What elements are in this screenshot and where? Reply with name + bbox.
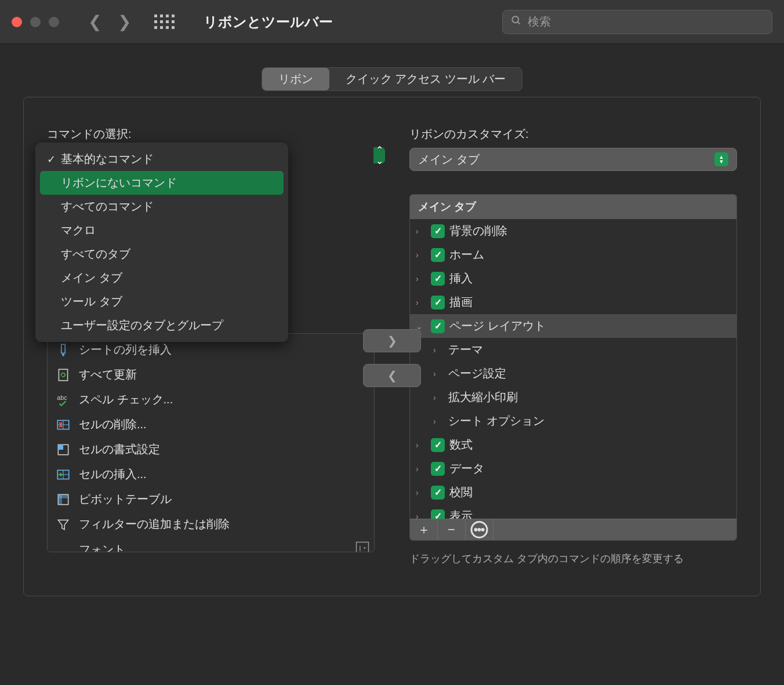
search-icon: [511, 15, 522, 29]
command-item[interactable]: フォント I: [48, 537, 374, 552]
tree-item-label: ページ レイアウト: [449, 318, 546, 334]
svg-rect-19: [58, 494, 68, 498]
command-item[interactable]: セルの削除...: [48, 412, 374, 437]
command-item[interactable]: セルの挿入...: [48, 462, 374, 487]
chevron-right-icon[interactable]: ›: [416, 298, 426, 307]
tree-item[interactable]: ›✓ホーム: [410, 243, 736, 267]
checkbox[interactable]: ✓: [431, 248, 445, 262]
svg-point-25: [482, 529, 484, 531]
select-arrows-icon[interactable]: ⌃⌄: [373, 147, 385, 163]
tree-item[interactable]: ›✓校閲: [410, 480, 736, 504]
customize-column: リボンのカスタマイズ: メイン タブ ▲▼ メイン タブ ›✓背景の削除›✓ホー…: [409, 126, 737, 567]
add-button[interactable]: ＋: [410, 519, 438, 540]
checkbox[interactable]: ✓: [431, 296, 445, 309]
main-panel: コマンドの選択: ⌃⌄ ✓基本的なコマンド ✓リボンにないコマンド すべてのコマ…: [23, 97, 761, 596]
tree-subitem[interactable]: ›拡大縮小印刷: [410, 385, 736, 409]
nav-arrows: ❮ ❯: [88, 12, 131, 31]
checkbox[interactable]: ✓: [431, 509, 445, 519]
tree-item[interactable]: ›✓数式: [410, 433, 736, 457]
dropdown-item-macro[interactable]: マクロ: [40, 218, 284, 242]
chevron-right-icon[interactable]: ›: [416, 250, 426, 260]
command-item[interactable]: フィルターの追加または削除: [48, 512, 374, 537]
remove-button[interactable]: −: [438, 519, 466, 540]
dropdown-item-custom[interactable]: ユーザー設定のタブとグループ: [40, 314, 284, 337]
chevron-right-icon[interactable]: ›: [416, 464, 426, 473]
delete-cell-icon: [56, 417, 71, 432]
dropdown-item-label: リボンにないコマンド: [61, 175, 177, 191]
chevron-right-icon[interactable]: ›: [416, 512, 426, 519]
chevron-right-icon[interactable]: ›: [416, 227, 426, 236]
checkbox[interactable]: ✓: [431, 462, 445, 476]
tab-qat[interactable]: クイック アクセス ツール バー: [329, 68, 522, 90]
chevron-right-icon[interactable]: ›: [416, 274, 426, 283]
tab-ribbon[interactable]: リボン: [262, 68, 329, 90]
close-button[interactable]: [12, 17, 22, 27]
spellcheck-icon: abc: [56, 392, 71, 407]
tree-item[interactable]: ⌄✓ページ レイアウト: [410, 314, 736, 338]
tree-subitem-label: ページ設定: [448, 366, 506, 381]
drag-hint: ドラッグしてカスタム タブ内のコマンドの順序を変更する: [409, 551, 737, 567]
checkbox[interactable]: ✓: [431, 272, 445, 286]
tree-item[interactable]: ›✓描画: [410, 290, 736, 314]
add-to-ribbon-button[interactable]: ❯: [363, 329, 421, 352]
chevron-right-icon[interactable]: ›: [433, 369, 444, 378]
dropdown-item-label: ユーザー設定のタブとグループ: [61, 318, 223, 333]
dropdown-item-main-tabs[interactable]: メイン タブ: [40, 266, 284, 290]
tree-subitem[interactable]: ›テーマ: [410, 338, 736, 362]
command-item[interactable]: ピボットテーブル: [48, 487, 374, 512]
tree-subitem-label: 拡大縮小印刷: [448, 389, 518, 405]
tree-subitem[interactable]: ›シート オプション: [410, 409, 736, 433]
settings-button[interactable]: [466, 519, 493, 540]
tree-item[interactable]: ›✓データ: [410, 457, 736, 480]
customize-select[interactable]: メイン タブ ▲▼: [409, 148, 737, 171]
chevron-right-icon[interactable]: ›: [433, 417, 444, 426]
command-item[interactable]: すべて更新: [48, 362, 374, 387]
dropdown-item-basic[interactable]: ✓基本的なコマンド: [40, 147, 284, 171]
insert-column-icon: [56, 343, 71, 358]
search-input[interactable]: [528, 15, 764, 28]
tree-body[interactable]: ›✓背景の削除›✓ホーム›✓挿入›✓描画⌄✓ページ レイアウト›テーマ›ページ設…: [410, 219, 736, 519]
command-label: フィルターの追加または削除: [79, 516, 369, 532]
command-label: ピボットテーブル: [79, 491, 369, 507]
svg-text:abc: abc: [57, 394, 67, 401]
tree-item-label: 数式: [449, 437, 473, 453]
checkbox[interactable]: ✓: [431, 486, 445, 500]
dropdown-item-label: メイン タブ: [61, 270, 122, 286]
checkbox[interactable]: ✓: [431, 438, 445, 452]
tree-item[interactable]: ›✓挿入: [410, 267, 736, 290]
forward-button[interactable]: ❯: [118, 12, 131, 31]
svg-text:I: I: [359, 544, 361, 553]
command-item[interactable]: abc スペル チェック...: [48, 387, 374, 412]
maximize-button[interactable]: [49, 17, 59, 27]
minimize-button[interactable]: [30, 17, 41, 27]
apps-grid-icon[interactable]: [154, 14, 175, 29]
remove-from-ribbon-button[interactable]: ❮: [363, 364, 421, 387]
tree-item[interactable]: ›✓背景の削除: [410, 219, 736, 243]
dropdown-item-tool-tabs[interactable]: ツール タブ: [40, 290, 284, 314]
tree-item-label: 校閲: [449, 484, 473, 500]
chevron-right-icon[interactable]: ›: [416, 440, 426, 450]
tree-subitem[interactable]: ›ページ設定: [410, 362, 736, 385]
tree-item[interactable]: ›✓表示: [410, 504, 736, 519]
commands-dropdown-menu: ✓基本的なコマンド ✓リボンにないコマンド すべてのコマンド マクロ すべてのタ…: [35, 143, 288, 342]
dropdown-item-not-in-ribbon[interactable]: ✓リボンにないコマンド: [40, 171, 284, 195]
titlebar: ❮ ❯ リボンとツールバー: [0, 0, 784, 44]
tree-footer: ＋ −: [410, 519, 736, 540]
commands-list[interactable]: シートの列を挿入 すべて更新 abc スペル チェック... セルの削除...: [47, 333, 375, 552]
dropdown-item-all-tabs[interactable]: すべてのタブ: [40, 242, 284, 266]
commands-label: コマンドの選択:: [47, 126, 375, 142]
dropdown-item-all-commands[interactable]: すべてのコマンド: [40, 195, 284, 218]
chevron-right-icon[interactable]: ›: [433, 345, 444, 355]
back-button[interactable]: ❮: [88, 12, 101, 31]
checkbox[interactable]: ✓: [431, 319, 445, 333]
window-title: リボンとツールバー: [204, 13, 333, 31]
checkbox[interactable]: ✓: [431, 224, 445, 238]
chevron-right-icon[interactable]: ›: [416, 488, 426, 497]
command-label: フォント: [79, 542, 347, 553]
command-label: スペル チェック...: [79, 392, 369, 407]
select-value: メイン タブ: [418, 152, 480, 167]
chevron-right-icon[interactable]: ›: [433, 393, 444, 402]
command-label: すべて更新: [79, 367, 369, 382]
search-field[interactable]: [502, 10, 772, 34]
command-item[interactable]: セルの書式設定: [48, 437, 374, 462]
